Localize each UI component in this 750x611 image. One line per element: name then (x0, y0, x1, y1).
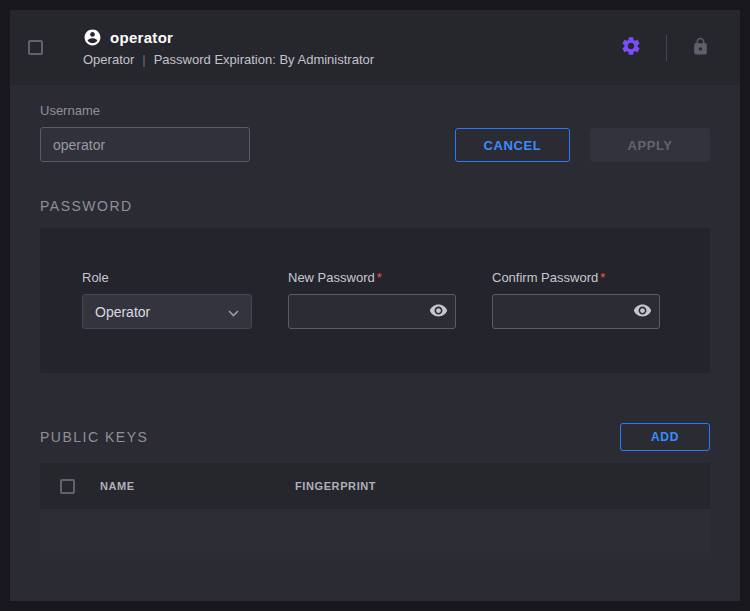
required-marker: * (377, 270, 382, 285)
lock-icon (691, 37, 710, 59)
username-input[interactable] (40, 127, 250, 162)
user-detail-panel: operator Operator | Password Expiration:… (10, 10, 740, 601)
password-section-title: PASSWORD (40, 198, 710, 214)
column-header-fingerprint: FINGERPRINT (295, 480, 710, 492)
user-role-text: Operator (83, 52, 134, 67)
apply-button[interactable]: APPLY (590, 128, 710, 162)
eye-icon (633, 301, 652, 323)
select-all-checkbox[interactable] (60, 479, 75, 494)
confirm-password-field-group: Confirm Password* (492, 270, 660, 329)
new-password-visibility-toggle[interactable] (427, 299, 450, 325)
user-title: operator (110, 29, 173, 46)
username-field-group: Username (40, 103, 250, 162)
required-marker: * (600, 270, 605, 285)
cancel-button[interactable]: CANCEL (455, 128, 570, 162)
role-select-value: Operator (95, 304, 150, 320)
header-divider (666, 35, 667, 61)
user-select-checkbox[interactable] (28, 40, 43, 55)
public-keys-table-header: NAME FINGERPRINT (40, 463, 710, 509)
form-actions: CANCEL APPLY (455, 128, 710, 162)
eye-icon (429, 301, 448, 323)
new-password-label: New Password* (288, 270, 456, 285)
user-header: operator Operator | Password Expiration:… (10, 10, 740, 85)
user-form: Username CANCEL APPLY PASSWORD Role Oper… (10, 85, 740, 553)
settings-button[interactable] (616, 31, 646, 64)
username-label: Username (40, 103, 250, 118)
password-expiration-text: Password Expiration: By Administrator (154, 52, 374, 67)
column-header-name: NAME (100, 480, 295, 492)
password-panel: Role Operator New Password* (40, 228, 710, 373)
add-public-key-button[interactable]: ADD (620, 423, 710, 451)
new-password-field-group: New Password* (288, 270, 456, 329)
gear-icon (620, 35, 642, 60)
user-title-block: operator Operator | Password Expiration:… (83, 28, 374, 67)
confirm-password-visibility-toggle[interactable] (631, 299, 654, 325)
public-keys-section-title: PUBLIC KEYS (40, 429, 148, 445)
subtitle-separator: | (142, 52, 145, 67)
confirm-password-label: Confirm Password* (492, 270, 660, 285)
user-avatar-icon (83, 28, 102, 47)
chevron-down-icon (228, 304, 239, 320)
role-field-group: Role Operator (82, 270, 252, 329)
header-actions (616, 31, 714, 64)
public-keys-table: NAME FINGERPRINT (40, 463, 710, 553)
role-select[interactable]: Operator (82, 294, 252, 329)
lock-button[interactable] (687, 33, 714, 63)
role-label: Role (82, 270, 252, 285)
user-subtitle: Operator | Password Expiration: By Admin… (83, 52, 374, 67)
table-empty-row (40, 509, 710, 553)
